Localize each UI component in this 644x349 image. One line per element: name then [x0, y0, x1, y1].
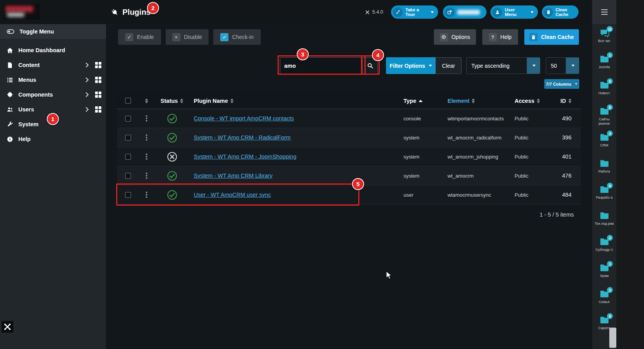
drag-handle-icon[interactable]: [146, 115, 147, 122]
toggle-menu-button[interactable]: Toggle Menu: [0, 24, 106, 39]
status-enabled-icon[interactable]: [167, 113, 177, 124]
plugin-name-link[interactable]: System - WT Amo CRM - RadicalForm: [189, 134, 291, 141]
header-access[interactable]: Access: [515, 98, 550, 104]
chat-folder-crm[interactable]: 4 CRM: [592, 132, 616, 159]
row-checkbox[interactable]: [125, 173, 131, 179]
access-cell: Public: [515, 154, 550, 160]
select-all-checkbox[interactable]: [125, 98, 131, 104]
blurred-logo-graphic: [5, 6, 34, 12]
sidebar-item-label: Components: [18, 92, 53, 98]
chat-folder-all[interactable]: 11 Все чат: [592, 28, 616, 54]
id-cell: 490: [562, 115, 581, 122]
chat-folder-label: CRM: [600, 143, 609, 148]
chevron-down-icon: [429, 65, 432, 67]
take-a-tour-button[interactable]: Take a Tour: [391, 5, 438, 19]
sidebar-nav: Home Dashboard Content Menus Components: [0, 39, 106, 146]
hamburger-menu-icon[interactable]: [601, 9, 608, 15]
checkbox-check-icon: ✓: [220, 33, 228, 41]
sidebar-item-label: Menus: [18, 77, 36, 83]
chevron-down-icon: [431, 11, 434, 13]
sidebar-item-home-dashboard[interactable]: Home Dashboard: [0, 43, 106, 58]
chevron-right-icon[interactable]: [85, 62, 89, 68]
clear-button[interactable]: Clear: [435, 57, 462, 74]
limit-select[interactable]: 50: [546, 57, 579, 74]
row-checkbox[interactable]: [125, 135, 131, 141]
chat-folder-joomla[interactable]: 1 Joomla: [592, 54, 616, 80]
site-logo[interactable]: [3, 4, 40, 20]
plugin-name-link[interactable]: System - WT Amo CRM - JoomShopping: [189, 153, 296, 160]
top-header-bar: Plugins 5.4.0 Take a Tour User M: [0, 0, 592, 24]
disable-button[interactable]: × Disable: [166, 29, 209, 45]
header-clean-cache-button[interactable]: Clean Cache: [542, 5, 579, 19]
chevron-right-icon[interactable]: [85, 77, 89, 83]
row-checkbox[interactable]: [125, 154, 131, 160]
filter-options-label: Filter Options: [390, 63, 425, 69]
dashboard-grid-icon[interactable]: [95, 62, 101, 68]
chat-folder-work[interactable]: Работа: [592, 159, 616, 185]
panel-scrollbar-thumb[interactable]: [609, 328, 616, 348]
clean-cache-button[interactable]: Clean Cache: [524, 29, 579, 45]
header-plugin-name[interactable]: Plugin Name: [189, 98, 402, 104]
type-cell: system: [402, 154, 448, 160]
blurred-link-button[interactable]: [443, 5, 487, 19]
dashboard-grid-icon[interactable]: [95, 106, 101, 113]
clear-label: Clear: [442, 63, 455, 69]
drag-handle-icon[interactable]: [146, 173, 147, 179]
help-button[interactable]: ? Help: [482, 29, 518, 45]
chat-folder-family[interactable]: 2 Семья: [592, 289, 616, 315]
unread-badge: 1: [607, 261, 613, 267]
status-enabled-icon[interactable]: [167, 132, 177, 143]
header-element[interactable]: Element: [448, 98, 515, 104]
table-row: System - WT Amo CRM - JoomShopping syste…: [117, 147, 581, 166]
page-title: Plugins: [122, 8, 150, 17]
header-id[interactable]: ID: [561, 98, 581, 104]
plugin-name-link[interactable]: System - WT Amo CRM Library: [189, 173, 272, 179]
element-cell: wt_amocrm_radicalform: [448, 135, 515, 141]
element-cell: wt_amocrm: [448, 173, 515, 179]
unread-badge: 5: [607, 78, 613, 84]
chat-folder-label: Сарато: [598, 326, 610, 330]
sidebar-item-menus[interactable]: Menus: [0, 72, 106, 87]
status-enabled-icon[interactable]: [167, 171, 177, 181]
blurred-logo-text: [7, 13, 24, 17]
header-type[interactable]: Type: [402, 98, 448, 104]
sort-select[interactable]: Type ascending: [466, 57, 540, 74]
unread-badge: 1: [607, 52, 613, 58]
annotation-circle-5: 5: [352, 178, 364, 190]
drag-handle-icon[interactable]: [146, 134, 147, 141]
chat-folder-support[interactable]: Тех.под ржк: [592, 211, 616, 237]
dashboard-grid-icon[interactable]: [95, 92, 101, 98]
sidebar-item-components[interactable]: Components: [0, 87, 106, 102]
sidebar-item-content[interactable]: Content: [0, 58, 106, 72]
chat-folder-news[interactable]: 5 Новост: [592, 80, 616, 106]
row-checkbox[interactable]: [125, 116, 131, 122]
enable-button[interactable]: ✓ Enable: [118, 29, 161, 45]
chat-folder-subcontract[interactable]: 2 Субподр А: [592, 237, 616, 263]
columns-toggle-button[interactable]: 7/7 Columns: [544, 79, 579, 89]
status-disabled-icon[interactable]: [167, 152, 177, 162]
sidebar-item-help[interactable]: Help: [0, 132, 106, 146]
plugin-name-link[interactable]: Console - WT import AmoCRM contacts: [189, 115, 294, 122]
chat-folder-temple[interactable]: 1 Храм: [592, 263, 616, 289]
header-status[interactable]: Status: [161, 98, 183, 104]
annotation-circle-3: 3: [297, 48, 309, 60]
sort-icon: [472, 99, 475, 103]
unread-badge: 2: [607, 235, 613, 241]
options-button[interactable]: Options: [434, 29, 476, 45]
columns-label: 7/7 Columns: [546, 82, 571, 86]
checkin-button[interactable]: ✓ Check-in: [213, 29, 261, 45]
annotation-box-search-input: [278, 55, 366, 75]
dashboard-grid-icon[interactable]: [95, 77, 101, 83]
chevron-down-icon: [527, 58, 540, 74]
chevron-right-icon[interactable]: [85, 107, 89, 112]
unread-badge: 8: [607, 313, 613, 319]
chevron-right-icon[interactable]: [85, 92, 89, 97]
ordering-sort-icon[interactable]: [145, 99, 148, 103]
unread-badge: 8: [607, 104, 613, 110]
user-menu-button[interactable]: User Menu: [490, 5, 538, 19]
drag-handle-icon[interactable]: [146, 153, 147, 160]
page-title-block: Plugins: [111, 0, 150, 24]
chat-folder-dev[interactable]: 6 Разрабо а: [592, 185, 616, 211]
chat-folder-sites[interactable]: 8 Сайты разное: [592, 106, 616, 132]
filter-options-button[interactable]: Filter Options: [386, 57, 435, 74]
